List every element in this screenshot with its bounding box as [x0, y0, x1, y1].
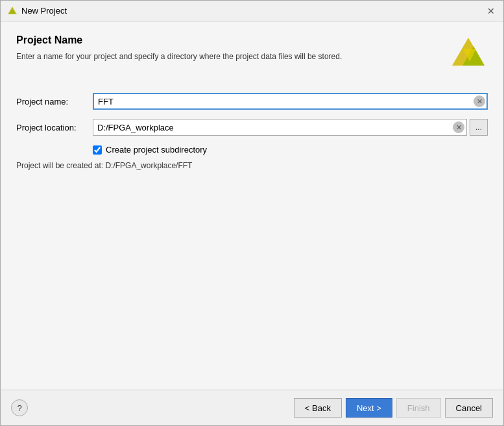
dialog-body: Project Name Enter a name for your proje…	[1, 21, 503, 390]
project-location-wrapper: ✕ ...	[93, 119, 488, 136]
button-bar-right: < Back Next > Finish Cancel	[294, 398, 493, 418]
browse-button[interactable]: ...	[470, 119, 488, 136]
logo-icon	[449, 34, 488, 73]
location-input-container: ✕	[93, 119, 467, 136]
close-button[interactable]: ✕	[485, 5, 497, 17]
create-subdir-label: Create project subdirectory	[106, 145, 207, 155]
title-bar-left: New Project	[7, 6, 67, 16]
next-button[interactable]: Next >	[346, 398, 392, 418]
project-name-row: Project name: ✕	[16, 93, 488, 110]
button-bar: ? < Back Next > Finish Cancel	[1, 390, 503, 425]
cancel-button[interactable]: Cancel	[445, 398, 493, 418]
new-project-dialog: New Project ✕ Project Name Enter a name …	[0, 0, 504, 426]
help-button[interactable]: ?	[11, 399, 28, 416]
app-icon	[7, 6, 18, 16]
project-name-label: Project name:	[16, 97, 88, 106]
page-title: Project Name	[16, 34, 449, 46]
project-name-input-wrapper: ✕	[93, 93, 488, 110]
page-description: Enter a name for your project and specif…	[16, 51, 449, 62]
project-name-clear-button[interactable]: ✕	[474, 95, 485, 107]
create-subdir-checkbox[interactable]	[93, 145, 102, 155]
project-location-row: Project location: ✕ ...	[16, 119, 488, 136]
project-path-info: Project will be created at: D:/FPGA_work…	[16, 161, 488, 170]
header-section: Project Name Enter a name for your proje…	[16, 34, 488, 73]
back-button[interactable]: < Back	[294, 398, 342, 418]
title-bar: New Project ✕	[1, 1, 503, 21]
project-location-input[interactable]	[93, 119, 467, 136]
project-path-value: D:/FPGA_workplace/FFT	[105, 161, 192, 170]
project-location-label: Project location:	[16, 123, 88, 132]
form-section: Project name: ✕ Project location: ✕ ...	[16, 93, 488, 170]
project-name-input[interactable]	[93, 93, 488, 110]
finish-button: Finish	[396, 398, 441, 418]
dialog-title: New Project	[21, 6, 67, 16]
create-subdir-row: Create project subdirectory	[93, 145, 488, 155]
project-path-label: Project will be created at:	[16, 161, 103, 170]
project-location-clear-button[interactable]: ✕	[453, 121, 464, 133]
header-text: Project Name Enter a name for your proje…	[16, 34, 449, 62]
